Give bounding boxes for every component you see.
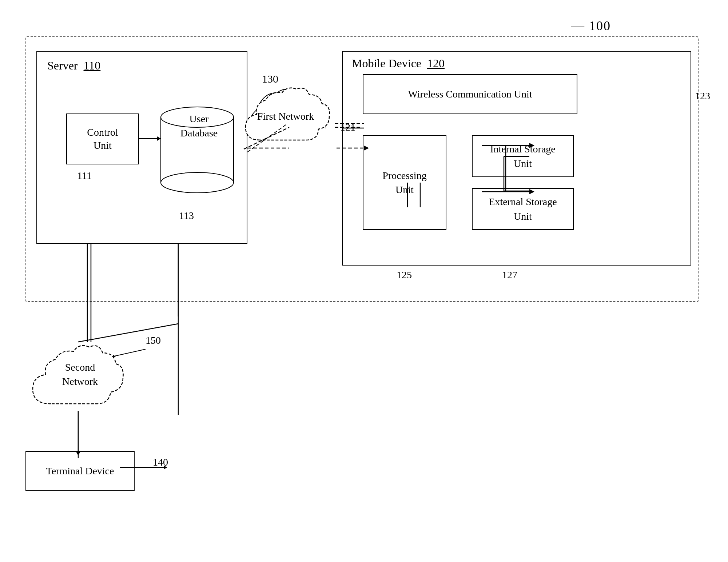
label-113: 113	[179, 210, 194, 222]
internal-storage-box: Internal StorageUnit	[472, 135, 574, 177]
diagram: — 100 Server 110 ControlUnit 111 Use	[15, 15, 713, 546]
server-label: Server 110	[47, 59, 100, 72]
mobile-device-label: Mobile Device 120	[352, 57, 445, 70]
label-125: 125	[397, 269, 412, 281]
svg-point-2	[161, 172, 234, 193]
label-130: 130	[262, 73, 278, 85]
wireless-comm-label: Wireless Communication Unit	[408, 88, 532, 100]
mobile-device-number: 120	[427, 57, 445, 70]
internal-storage-label: Internal StorageUnit	[490, 142, 556, 170]
label-100: — 100	[571, 18, 611, 33]
label-121: 121	[340, 121, 355, 133]
server-box: Server 110 ControlUnit 111 UserDatabase …	[36, 51, 247, 244]
terminal-device-label: Terminal Device	[46, 465, 114, 477]
server-number: 110	[84, 59, 101, 72]
user-database-label: UserDatabase	[164, 112, 234, 140]
wireless-comm-box: Wireless Communication Unit	[363, 74, 577, 114]
processing-unit-box: ProcessingUnit	[363, 135, 446, 230]
label-140: 140	[153, 457, 168, 468]
control-unit-label: ControlUnit	[87, 126, 118, 152]
label-123: 123	[695, 90, 710, 102]
mobile-device-box: Mobile Device 120 Wireless Communication…	[342, 51, 691, 266]
label-150: 150	[146, 335, 161, 346]
first-network-label: First Network	[246, 109, 326, 123]
control-unit-box: ControlUnit	[66, 113, 139, 164]
terminal-device-box: Terminal Device	[25, 451, 135, 491]
external-storage-label: External StorageUnit	[489, 195, 557, 223]
processing-unit-label: ProcessingUnit	[382, 168, 426, 197]
label-127: 127	[502, 269, 517, 281]
second-network-label: SecondNetwork	[35, 360, 126, 388]
label-111: 111	[77, 170, 92, 182]
external-storage-box: External StorageUnit	[472, 188, 574, 230]
